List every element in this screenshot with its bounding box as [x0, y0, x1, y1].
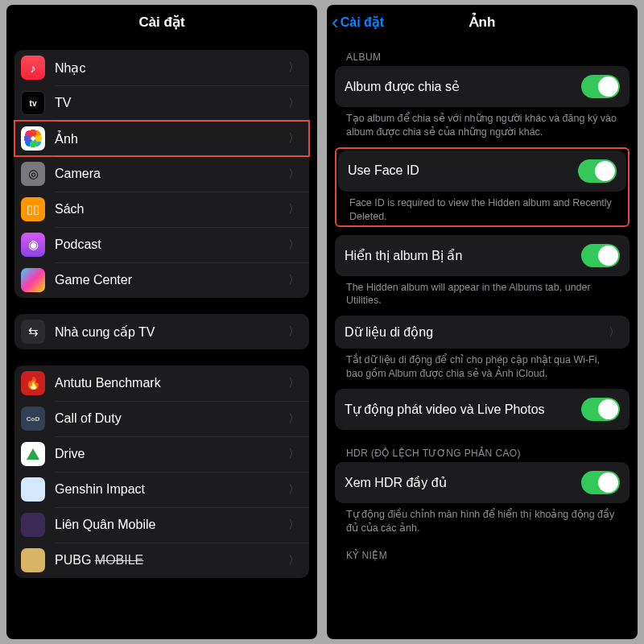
photos-icon: [21, 126, 45, 151]
camera-icon: ◎: [21, 162, 45, 186]
chevron-right-icon: 〉: [288, 324, 299, 339]
chevron-right-icon: 〉: [288, 202, 299, 217]
tvprovider-icon: ⇆: [21, 320, 45, 344]
chevron-right-icon: 〉: [288, 131, 299, 146]
autoplay-cell[interactable]: Tự động phát video và Live Photos: [335, 389, 630, 430]
music-icon: ♪: [21, 56, 45, 80]
settings-row-music[interactable]: ♪Nhạc〉: [14, 50, 309, 85]
chevron-right-icon: 〉: [288, 518, 299, 532]
hdr-desc: Tự động điều chỉnh màn hình để hiển thị …: [335, 503, 630, 535]
lq-icon: [21, 513, 45, 537]
settings-row-genshin[interactable]: Genshin Impact〉: [14, 472, 309, 507]
hdr-cell[interactable]: Xem HDR đầy đủ: [335, 462, 630, 503]
genshin-icon: [21, 477, 45, 502]
back-label: Cài đặt: [341, 14, 384, 30]
settings-row-cod[interactable]: CoDCall of Duty〉: [14, 401, 309, 436]
settings-group-tvprovider: ⇆Nhà cung cấp TV〉: [14, 314, 309, 349]
chevron-left-icon: ‹: [332, 10, 339, 35]
settings-row-label: PUBG MOBILE: [55, 553, 288, 568]
settings-row-drive[interactable]: Drive〉: [14, 436, 309, 472]
settings-row-gc[interactable]: Game Center〉: [14, 262, 309, 298]
chevron-right-icon: 〉: [288, 553, 299, 568]
cellular-data-cell[interactable]: Dữ liệu di động 〉: [335, 316, 630, 349]
settings-group-apps: 🔥Antutu Benchmark〉CoDCall of Duty〉Drive〉…: [14, 365, 309, 578]
podcast-icon: ◉: [21, 233, 45, 257]
faceid-desc: Face ID is required to view the Hidden a…: [338, 192, 626, 224]
photos-settings-content: ALBUM Album được chia sẻ Tạo album để ch…: [327, 39, 638, 639]
settings-row-label: Podcast: [55, 237, 288, 252]
settings-row-camera[interactable]: ◎Camera〉: [14, 156, 309, 192]
faceid-highlight: Use Face ID Face ID is required to view …: [335, 147, 630, 227]
settings-row-podcast[interactable]: ◉Podcast〉: [14, 227, 309, 262]
settings-row-label: Nhạc: [55, 60, 288, 76]
navbar-right: ‹ Cài đặt Ảnh: [327, 5, 638, 39]
settings-row-antutu[interactable]: 🔥Antutu Benchmark〉: [14, 365, 309, 401]
chevron-right-icon: 〉: [288, 482, 299, 497]
page-title: Cài đặt: [138, 14, 184, 31]
page-title: Ảnh: [469, 14, 496, 31]
shared-albums-toggle[interactable]: [581, 75, 620, 98]
settings-row-label: Call of Duty: [55, 411, 288, 426]
navbar-left: Cài đặt: [6, 5, 317, 39]
settings-row-label: Drive: [55, 447, 288, 461]
hidden-album-desc: The Hidden album will appear in the Albu…: [335, 276, 630, 308]
chevron-right-icon: 〉: [288, 167, 299, 181]
cellular-data-desc: Tắt dữ liệu di động để chỉ cho phép cập …: [335, 349, 630, 381]
settings-row-label: Game Center: [55, 273, 288, 287]
chevron-right-icon: 〉: [609, 325, 620, 340]
settings-row-tv[interactable]: tvTV〉: [14, 85, 309, 121]
settings-row-label: Antutu Benchmark: [55, 376, 288, 390]
chevron-right-icon: 〉: [288, 60, 299, 75]
section-header-album: ALBUM: [346, 52, 623, 63]
autoplay-toggle[interactable]: [581, 398, 620, 421]
cellular-data-label: Dữ liệu di động: [345, 324, 609, 340]
faceid-cell[interactable]: Use Face ID: [338, 151, 626, 192]
antutu-icon: 🔥: [21, 371, 45, 395]
settings-row-label: Nhà cung cấp TV: [55, 324, 288, 340]
shared-albums-label: Album được chia sẻ: [345, 79, 581, 94]
pubg-icon: [21, 548, 45, 572]
left-phone-settings: Cài đặt ♪Nhạc〉tvTV〉Ảnh〉◎Camera〉▯▯Sách〉◉P…: [6, 5, 317, 639]
right-phone-photos-settings: ‹ Cài đặt Ảnh ALBUM Album được chia sẻ T…: [327, 5, 638, 639]
shared-albums-desc: Tạo album để chia sẻ với những người khá…: [335, 107, 630, 139]
settings-row-label: Genshin Impact: [55, 482, 288, 497]
settings-row-lq[interactable]: Liên Quân Mobile〉: [14, 507, 309, 543]
settings-row-label: Liên Quân Mobile: [55, 518, 288, 532]
shared-albums-cell[interactable]: Album được chia sẻ: [335, 66, 630, 107]
settings-row-label: Camera: [55, 167, 288, 181]
cod-icon: CoD: [21, 407, 45, 431]
back-button[interactable]: ‹ Cài đặt: [332, 5, 384, 39]
settings-row-label: TV: [55, 96, 288, 110]
chevron-right-icon: 〉: [288, 447, 299, 461]
settings-row-label: Sách: [55, 202, 288, 217]
hidden-album-cell[interactable]: Hiển thị album Bị ẩn: [335, 235, 630, 276]
hdr-label: Xem HDR đầy đủ: [345, 475, 581, 490]
section-header-memories: KỶ NIỆM: [346, 550, 623, 561]
books-icon: ▯▯: [21, 197, 45, 221]
hidden-album-label: Hiển thị album Bị ẩn: [345, 248, 581, 263]
settings-list: ♪Nhạc〉tvTV〉Ảnh〉◎Camera〉▯▯Sách〉◉Podcast〉G…: [6, 39, 317, 639]
hidden-album-toggle[interactable]: [581, 244, 620, 267]
chevron-right-icon: 〉: [288, 411, 299, 426]
chevron-right-icon: 〉: [288, 96, 299, 110]
drive-icon: [21, 442, 45, 466]
gc-icon: [21, 268, 45, 292]
settings-row-books[interactable]: ▯▯Sách〉: [14, 192, 309, 227]
settings-row-label: Ảnh: [55, 131, 288, 147]
hdr-toggle[interactable]: [581, 471, 620, 494]
settings-row-photos[interactable]: Ảnh〉: [14, 121, 309, 156]
settings-row-pubg[interactable]: PUBG MOBILE〉: [14, 543, 309, 578]
chevron-right-icon: 〉: [288, 237, 299, 252]
tv-icon: tv: [21, 91, 45, 115]
chevron-right-icon: 〉: [288, 273, 299, 287]
autoplay-label: Tự động phát video và Live Photos: [345, 402, 581, 417]
chevron-right-icon: 〉: [288, 376, 299, 390]
settings-row-tvprovider[interactable]: ⇆Nhà cung cấp TV〉: [14, 314, 309, 349]
section-header-hdr: HDR (ĐỘ LỆCH TƯƠNG PHẢN CAO): [346, 448, 623, 459]
settings-group-media: ♪Nhạc〉tvTV〉Ảnh〉◎Camera〉▯▯Sách〉◉Podcast〉G…: [14, 50, 309, 298]
faceid-label: Use Face ID: [348, 163, 578, 178]
faceid-toggle[interactable]: [578, 159, 617, 183]
